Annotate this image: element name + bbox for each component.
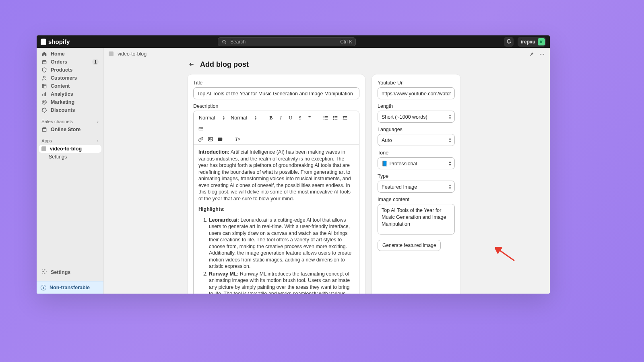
svg-point-13 (324, 117, 324, 118)
customers-icon (41, 75, 47, 81)
bullet-list-button[interactable] (321, 113, 330, 122)
type-select[interactable] (378, 181, 455, 193)
nav-home[interactable]: Home (37, 50, 103, 58)
svg-point-9 (43, 101, 45, 103)
rte-body[interactable]: Introduction: Artificial Intelligence (A… (194, 145, 359, 294)
strike-button[interactable]: S (295, 113, 304, 122)
svg-rect-21 (333, 117, 334, 118)
svg-rect-4 (42, 84, 46, 88)
video-button[interactable] (216, 135, 225, 144)
quote-button[interactable]: ❞ (305, 113, 314, 122)
outdent-button[interactable] (341, 113, 349, 122)
svg-point-10 (43, 271, 45, 272)
type-label: Type (378, 173, 455, 179)
nav-customers[interactable]: Customers (37, 74, 103, 82)
svg-rect-12 (325, 116, 328, 117)
title-label: Title (193, 80, 359, 86)
nav-app-video-to-blog[interactable]: video-to-blog (39, 145, 101, 153)
numbered-list-button[interactable] (331, 113, 340, 122)
topbar: shopify Search Ctrl K irepxu ir (37, 35, 550, 48)
discounts-icon (41, 107, 47, 113)
image-content-label: Image content (378, 197, 455, 202)
home-icon (41, 51, 47, 57)
svg-rect-22 (333, 119, 334, 119)
brand-logo[interactable]: shopify (41, 38, 70, 45)
info-icon: i (41, 285, 46, 290)
username: irepxu (521, 39, 535, 45)
orders-icon (41, 59, 47, 65)
languages-label: Languages (378, 127, 455, 132)
search-placeholder: Search (230, 39, 246, 45)
nav-content[interactable]: Content (37, 82, 103, 90)
youtube-url-input[interactable] (378, 87, 455, 99)
svg-point-11 (324, 116, 324, 117)
bold-button[interactable]: B (266, 113, 275, 122)
tone-label: Tone (378, 150, 455, 156)
nav-marketing[interactable]: Marketing (37, 98, 103, 106)
content-icon (41, 83, 47, 89)
svg-rect-2 (42, 61, 46, 64)
side-form-card: Youtube Url Length Languages (372, 74, 461, 294)
brand-name: shopify (48, 38, 70, 45)
svg-rect-20 (333, 116, 334, 117)
svg-rect-28 (199, 130, 203, 130)
gear-icon (41, 269, 47, 276)
main-form-card: Title Description Normal▲▼ Normal▲▼ B (187, 74, 365, 294)
non-transferable-banner[interactable]: i Non-transferable (37, 281, 103, 294)
nav-discounts[interactable]: Discounts (37, 106, 103, 114)
title-input[interactable] (193, 87, 359, 99)
rich-text-editor: Normal▲▼ Normal▲▼ B I U S ❞ (193, 111, 359, 294)
breadcrumb-app[interactable]: video-to-blog (118, 51, 147, 57)
svg-rect-19 (335, 119, 338, 119)
bell-icon (506, 39, 512, 45)
image-button[interactable] (206, 135, 215, 144)
pin-button[interactable] (528, 51, 535, 57)
notifications-button[interactable] (504, 37, 514, 47)
app-window: shopify Search Ctrl K irepxu ir Home (37, 35, 550, 294)
nav-settings[interactable]: Settings (37, 265, 103, 279)
svg-point-3 (43, 76, 45, 78)
svg-rect-16 (325, 119, 328, 119)
nav-orders[interactable]: Orders1 (37, 58, 103, 66)
back-button[interactable] (187, 60, 196, 69)
user-menu[interactable]: irepxu ir (518, 37, 546, 47)
svg-rect-29 (208, 137, 213, 141)
app-icon (109, 51, 114, 56)
content-area: video-to-blog ⋯ Add blog post (104, 48, 550, 294)
italic-button[interactable]: I (276, 113, 285, 122)
image-content-textarea[interactable] (378, 204, 455, 234)
languages-select[interactable] (378, 134, 455, 146)
link-button[interactable] (196, 135, 205, 144)
app-icon (41, 146, 46, 151)
nav-online-store[interactable]: Online Store (37, 125, 103, 134)
online-store-icon (41, 127, 47, 132)
search-input[interactable]: Search Ctrl K (218, 37, 356, 46)
indent-button[interactable] (196, 124, 205, 133)
svg-rect-7 (45, 92, 46, 96)
svg-rect-24 (345, 117, 347, 118)
search-icon (221, 39, 227, 45)
clear-format-button[interactable]: T✕ (233, 135, 242, 144)
section-apps: Apps› (37, 137, 103, 145)
rte-paragraph-select[interactable]: Normal▲▼ (196, 113, 227, 123)
svg-rect-17 (335, 116, 338, 117)
rte-font-select[interactable]: Normal▲▼ (228, 113, 259, 123)
chevron-right-icon[interactable]: › (97, 138, 99, 143)
chevron-right-icon[interactable]: › (97, 119, 99, 124)
tone-select[interactable] (378, 157, 455, 169)
svg-rect-25 (343, 119, 347, 119)
analytics-icon (41, 91, 47, 97)
svg-point-0 (223, 40, 225, 43)
svg-point-8 (42, 100, 47, 105)
nav-analytics[interactable]: Analytics (37, 90, 103, 98)
more-button[interactable]: ⋯ (539, 51, 545, 57)
breadcrumb: video-to-blog ⋯ (104, 48, 550, 60)
generate-featured-image-button[interactable]: Generate featured image (378, 240, 441, 251)
sidebar: Home Orders1 Products Customers Content … (37, 48, 104, 294)
length-select[interactable] (378, 111, 455, 123)
svg-rect-27 (200, 128, 203, 129)
nav-app-settings[interactable]: Settings (37, 153, 103, 161)
description-label: Description (193, 103, 359, 109)
nav-products[interactable]: Products (37, 66, 103, 74)
underline-button[interactable]: U (286, 113, 295, 122)
